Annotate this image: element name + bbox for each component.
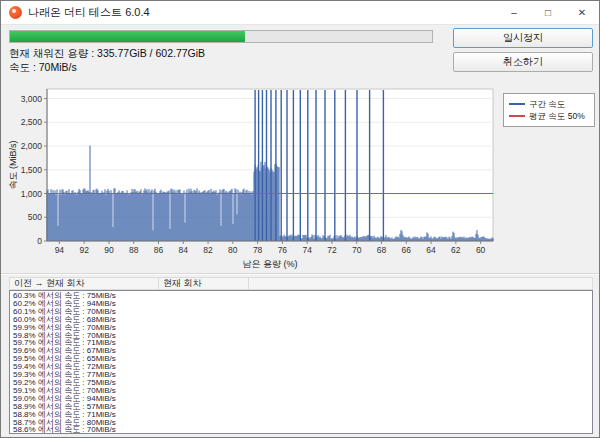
svg-text:90: 90 xyxy=(104,245,114,255)
legend-label: 구간 속도 xyxy=(529,98,565,110)
progress-fill xyxy=(10,31,245,42)
window-controls: – □ ✕ xyxy=(497,1,599,24)
cancel-button[interactable]: 취소하기 xyxy=(453,52,593,72)
svg-text:1,000: 1,000 xyxy=(21,189,43,199)
legend-label: 평균 속도 50% xyxy=(529,110,585,122)
minimize-button[interactable]: – xyxy=(497,1,531,24)
svg-text:92: 92 xyxy=(79,245,89,255)
svg-text:500: 500 xyxy=(28,212,42,222)
svg-text:속도 (MiB/s): 속도 (MiB/s) xyxy=(8,141,18,190)
svg-text:60: 60 xyxy=(476,245,486,255)
svg-text:94: 94 xyxy=(55,245,65,255)
log-column-filler xyxy=(249,277,593,290)
app-window: 나래온 더티 테스트 6.0.4 – □ ✕ 일시정지 취소하기 현재 채워진 … xyxy=(0,0,600,438)
close-button[interactable]: ✕ xyxy=(565,1,599,24)
svg-text:70: 70 xyxy=(352,245,362,255)
chart-plot: 05001,0001,5002,0002,5003,00094929088868… xyxy=(5,79,505,271)
log-column-prev-round[interactable]: 이전 → 현재 회차 xyxy=(9,277,159,290)
chart-legend: 구간 속도평균 속도 50% xyxy=(503,93,595,127)
window-content: 일시정지 취소하기 현재 채워진 용량 : 335.77GiB / 602.77… xyxy=(1,25,599,437)
svg-text:62: 62 xyxy=(451,245,461,255)
log-column-current-round[interactable]: 현재 회차 xyxy=(159,277,249,290)
log-list[interactable]: 60.3% 에서의 속도 : 75MiB/s60.2% 에서의 속도 : 94M… xyxy=(9,290,593,434)
legend-entry: 구간 속도 xyxy=(509,98,589,110)
legend-line-swatch xyxy=(509,103,525,105)
svg-text:2,500: 2,500 xyxy=(21,117,43,127)
speed-status: 속도 : 70MiB/s xyxy=(9,61,77,75)
svg-text:74: 74 xyxy=(302,245,312,255)
list-item[interactable]: 58.6% 에서의 속도 : 70MiB/s xyxy=(13,426,592,434)
svg-text:3,000: 3,000 xyxy=(21,94,43,104)
title-bar: 나래온 더티 테스트 6.0.4 – □ ✕ xyxy=(1,1,599,25)
svg-text:66: 66 xyxy=(402,245,412,255)
window-title: 나래온 더티 테스트 6.0.4 xyxy=(28,5,150,20)
svg-text:82: 82 xyxy=(203,245,213,255)
svg-text:76: 76 xyxy=(278,245,288,255)
maximize-button[interactable]: □ xyxy=(531,1,565,24)
app-icon xyxy=(9,6,22,19)
svg-text:남은 용량 (%): 남은 용량 (%) xyxy=(243,259,298,269)
svg-text:72: 72 xyxy=(327,245,337,255)
svg-text:88: 88 xyxy=(129,245,139,255)
progress-bar xyxy=(9,30,433,43)
capacity-status: 현재 채워진 용량 : 335.77GiB / 602.77GiB xyxy=(9,47,205,61)
log-header: 이전 → 현재 회차 현재 회차 xyxy=(9,277,593,290)
svg-text:80: 80 xyxy=(228,245,238,255)
speed-chart: 05001,0001,5002,0002,5003,00094929088868… xyxy=(5,79,597,271)
legend-entry: 평균 속도 50% xyxy=(509,110,589,122)
svg-text:64: 64 xyxy=(426,245,436,255)
svg-text:2,000: 2,000 xyxy=(21,141,43,151)
svg-text:1,500: 1,500 xyxy=(21,165,43,175)
svg-text:78: 78 xyxy=(253,245,263,255)
svg-text:84: 84 xyxy=(179,245,189,255)
svg-text:0: 0 xyxy=(37,236,42,246)
section-divider xyxy=(1,273,600,275)
svg-text:86: 86 xyxy=(154,245,164,255)
legend-line-swatch xyxy=(509,115,525,117)
svg-text:68: 68 xyxy=(377,245,387,255)
pause-button[interactable]: 일시정지 xyxy=(453,28,593,48)
